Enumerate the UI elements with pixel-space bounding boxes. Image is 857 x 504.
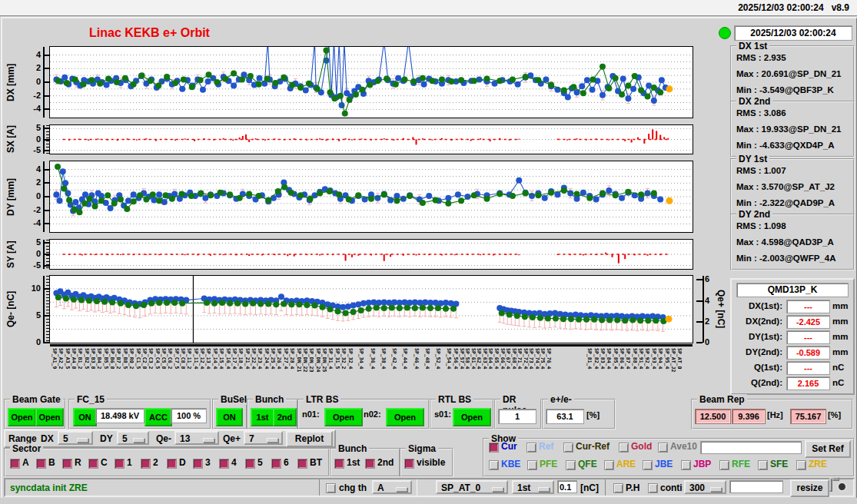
sector-c-checkbox[interactable] [88, 459, 98, 469]
ref-name-input[interactable] [700, 441, 802, 454]
show-kbe-checkbox[interactable] [489, 460, 499, 470]
monitor-row-unit: nC [832, 363, 844, 372]
show-cur-checkbox[interactable] [489, 443, 499, 453]
x-axis-station-label: SP_C3_2 [148, 348, 154, 369]
dy-axis-title: DY [mm] [5, 161, 18, 232]
sector-d-checkbox[interactable] [167, 459, 177, 469]
resize-button[interactable]: resize [790, 479, 829, 497]
monitor-row-unit: mm [832, 332, 848, 341]
range-dx-label: DX [41, 433, 54, 444]
range-dx-value: 5 [63, 433, 68, 444]
sector-group-title: Sector [10, 443, 43, 454]
busel-label: BuSel [218, 394, 249, 405]
show-cur-ref-checkbox[interactable] [563, 443, 573, 453]
beam-rep-value1: 12.500 [695, 409, 731, 424]
x-axis-station-label: SP_95_4 [664, 348, 670, 369]
sector-b-checkbox[interactable] [36, 459, 46, 469]
show-qfe-checkbox[interactable] [566, 460, 576, 470]
dy-tick [43, 196, 49, 197]
range-qem-label: Qe- [156, 433, 171, 444]
dy-tick [43, 223, 49, 224]
camera-icon[interactable] [829, 478, 832, 492]
sector-4-checkbox[interactable] [219, 459, 229, 469]
monitor-row-value: --- [786, 361, 830, 375]
sector-bt-checkbox[interactable] [297, 459, 307, 469]
bunch-2nd-checkbox[interactable] [365, 459, 375, 469]
rtl-bs-label: RTL BS [436, 394, 473, 405]
rtl-s01-label: s01: [434, 410, 451, 419]
bunch-1st-checkbox[interactable] [334, 459, 344, 469]
sy-tick-label: 5 [19, 237, 41, 247]
bunch-sel-dropdown[interactable]: 1st [512, 480, 554, 494]
fc15-acc-button[interactable]: ACC [144, 408, 172, 426]
show-gold-label: Gold [631, 441, 652, 452]
show-jbe-checkbox[interactable] [643, 460, 653, 470]
range-qem-dropdown[interactable]: 13 [174, 431, 219, 445]
stat-row: Min : -2.322@QAD9P_A [736, 195, 835, 211]
rtl-s01-open-button[interactable]: Open [453, 408, 491, 426]
show-jbp-checkbox[interactable] [681, 460, 691, 470]
x-axis-station-label: SP_83_4 [600, 348, 606, 369]
stat-row: Min : -4.633@QXD4P_A [736, 138, 835, 153]
range-dy-dropdown[interactable]: 5 [117, 431, 149, 445]
chg-th-checkbox[interactable] [326, 483, 336, 493]
dropdown-dash-icon [492, 487, 503, 492]
show-gold-checkbox[interactable] [619, 443, 629, 453]
show-sfe-checkbox[interactable] [758, 460, 768, 470]
conti-label: conti [660, 482, 683, 493]
beam-rep-unit1: [Hz] [767, 410, 783, 419]
sector-r-checkbox[interactable] [62, 459, 72, 469]
range-dx-dropdown[interactable]: 5 [58, 431, 93, 445]
qe-tick-label: 10 [19, 284, 41, 293]
busel-group: BuSel ON [212, 399, 247, 429]
dy-plot-canvas [49, 161, 693, 233]
dx-tick [43, 55, 49, 56]
show-pfe-checkbox[interactable] [527, 460, 537, 470]
dx-tick-label: -4 [19, 104, 41, 113]
threshold-input[interactable] [557, 480, 577, 493]
sector-3-checkbox[interactable] [193, 459, 203, 469]
sector-a-dropdown[interactable]: A [372, 480, 412, 494]
busel-on-button[interactable]: ON [216, 408, 243, 426]
sector-5-checkbox[interactable] [245, 459, 255, 469]
x-axis-station-label: SP_46_4 [414, 348, 420, 369]
extra-input[interactable] [729, 480, 783, 493]
x-axis-station-label: SP_16_4 [225, 348, 231, 369]
ltr-n02-open-button[interactable]: Open [386, 408, 424, 426]
bunch-1st-button[interactable]: 1st [251, 408, 274, 426]
sector-6-checkbox[interactable] [271, 459, 281, 469]
sector-4-label: 4 [231, 457, 237, 468]
range-qem-value: 13 [180, 433, 190, 444]
show-rfe-checkbox[interactable] [719, 460, 729, 470]
show-zre-checkbox[interactable] [796, 460, 806, 470]
monitor-row-unit: mm [832, 347, 848, 356]
show-are-label: ARE [616, 459, 636, 469]
sy-axis-title: SY [A] [5, 240, 18, 269]
show-are-checkbox[interactable] [604, 460, 614, 470]
bunch-2nd-button[interactable]: 2nd [273, 408, 297, 426]
sector-2-checkbox[interactable] [141, 459, 151, 469]
show-ave10-checkbox[interactable] [658, 443, 668, 453]
beam-gate-open1-button[interactable]: Open [8, 408, 36, 426]
beam-gate-open2-button[interactable]: Open [35, 408, 64, 426]
fc15-on-button[interactable]: ON [73, 408, 97, 426]
ph-checkbox[interactable] [613, 483, 623, 493]
x-axis-station-label: SP_65_4 [493, 348, 500, 369]
sp-at-dropdown[interactable]: SP_AT_0 [436, 480, 508, 494]
range-qep-dropdown[interactable]: 7 [244, 431, 283, 445]
sigma-visible-checkbox[interactable] [404, 459, 414, 469]
show-ref-checkbox[interactable] [526, 443, 536, 453]
stat-row: Min : -3.549@QBF3P_K [736, 82, 834, 98]
set-ref-button[interactable]: Set Ref [805, 440, 851, 458]
sector-a-checkbox[interactable] [10, 459, 20, 469]
bunch-select-group: Bunch1st2nd [330, 448, 400, 477]
x-axis-station-label: SP_76_4 [546, 348, 552, 369]
count-dropdown[interactable]: 300 [684, 480, 726, 494]
stat-row: RMS : 3.086 [736, 105, 786, 121]
ltr-n01-open-button[interactable]: Open [324, 408, 363, 426]
replot-button[interactable]: Replot [286, 431, 333, 447]
qe-right-axis-title: Qe+ [nC] [716, 276, 726, 343]
conti-checkbox[interactable] [648, 483, 658, 493]
stat-group-dx-1st: DX 1stRMS : 2.935Max : 20.691@SP_DN_21Mi… [730, 45, 855, 102]
sector-1-checkbox[interactable] [115, 459, 125, 469]
